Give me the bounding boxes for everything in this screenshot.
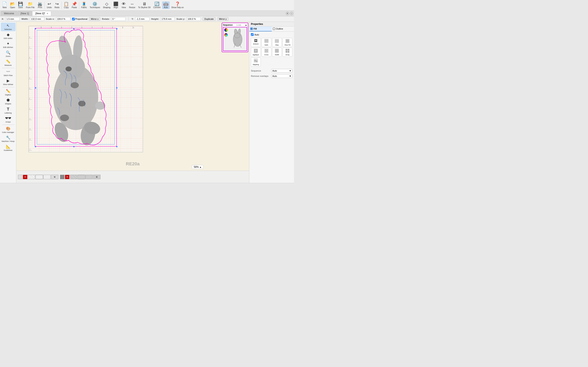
stitch-pattern-2b[interactable]: [78, 175, 85, 179]
zoom-value: 58%: [194, 166, 199, 168]
toolbar-copy[interactable]: 📋 Copy: [62, 1, 70, 9]
stitch-color-2[interactable]: [60, 175, 65, 179]
auto-checkbox[interactable]: [251, 33, 254, 36]
props-tab-outline[interactable]: Outline: [272, 26, 294, 31]
props-tab-fill[interactable]: Fill: [249, 26, 272, 31]
seq-header: Sequence 1-131 ▲: [223, 24, 247, 26]
fill-type-satin[interactable]: Satin: [261, 38, 271, 47]
proportional-checkbox[interactable]: Proportional: [72, 18, 87, 20]
sequence-panel: Sequence 1-131 ▲: [222, 23, 248, 52]
tab-close-btn[interactable]: ✕: [286, 12, 289, 15]
rotate-input[interactable]: [111, 17, 126, 21]
stitch-pattern-2c[interactable]: [85, 175, 93, 179]
duplicate-btn[interactable]: Duplicate: [203, 17, 216, 21]
toolbar-save[interactable]: 💾 Save: [17, 1, 24, 9]
scale-x-input[interactable]: [56, 17, 70, 21]
toolbar-align[interactable]: ⬛ Align: [112, 1, 120, 9]
sidebar-item-arrays[interactable]: ❤❤ Arrays: [1, 115, 16, 124]
sidebar-divider-2: [2, 87, 14, 87]
svg-text:10: 10: [132, 27, 134, 28]
toolbar-open[interactable]: 📂 Open: [9, 1, 16, 9]
toolbar-shaping[interactable]: ◇ Shaping: [102, 1, 112, 9]
sidebar-item-slow-redraw[interactable]: ▶ Slow redraw: [1, 78, 16, 86]
toolbar-paste-label: Paste: [72, 6, 77, 8]
tab-new2-close[interactable]: ✕: [47, 12, 48, 15]
toolbar-paste[interactable]: 📌 Paste: [70, 1, 78, 9]
width-input[interactable]: [30, 17, 44, 21]
fill-type-applique[interactable]: Applique: [251, 48, 261, 57]
toolbar-show-help[interactable]: ❓ Show help on: [170, 1, 185, 9]
sidebar-item-stitch-flow[interactable]: 〰 Stitch Flow: [1, 69, 16, 77]
fill-type-stippling[interactable]: Stippling: [251, 58, 261, 67]
mirror-y-btn[interactable]: Mirror y: [217, 17, 228, 21]
height-input[interactable]: [160, 17, 175, 21]
fill-type-array[interactable]: Array: [283, 48, 292, 57]
from-file-icon: 📁: [28, 2, 33, 6]
zoom-expand-icon[interactable]: ▲: [199, 166, 201, 168]
toolbar-techniques[interactable]: ⚙️ Techniques: [89, 1, 102, 9]
canvas-area[interactable]: 8 7 6 5 4 3 2 1 -1 -3 -5 -7 -8: [16, 22, 249, 183]
toolbar-resize[interactable]: ↔ Resize: [128, 1, 137, 9]
stitch-color-1[interactable]: [18, 175, 22, 179]
mirror-x-btn[interactable]: Mirror x: [89, 17, 100, 21]
sidebar-divider-3: [2, 125, 14, 125]
tab-new2[interactable]: [New 2]* ✕: [32, 11, 51, 16]
stitch-delete-1[interactable]: ✕: [23, 175, 27, 179]
sequence-value: Auto: [272, 69, 277, 72]
fill-type-row-fill[interactable]: Row Fill: [283, 38, 292, 47]
svg-point-8: [58, 55, 85, 79]
stitch-pattern-1d[interactable]: ▤: [51, 175, 58, 179]
toolbar-convert[interactable]: 🔄 Convert: [152, 1, 162, 9]
stitch-delete-2[interactable]: ✕: [65, 175, 69, 179]
sidebar-item-selection[interactable]: ↖ Selection: [1, 23, 16, 31]
tab-new1[interactable]: [New 1]: [17, 11, 32, 16]
seq-thumbnail[interactable]: [223, 27, 247, 51]
sidebar-item-digitize[interactable]: ✏️ Digitize: [1, 88, 16, 97]
toolbar-from-file[interactable]: 📁 From File: [25, 1, 36, 9]
sequence-select[interactable]: Auto ▼: [271, 69, 292, 73]
toolbar-to-skyline[interactable]: 🖥 To Skyline S9: [137, 1, 152, 9]
remove-overlaps-select[interactable]: Auto ▼: [271, 74, 292, 78]
toolbar-print[interactable]: 🖨️ Print: [36, 1, 44, 9]
scale-y-input[interactable]: [187, 17, 201, 21]
toolbar-view[interactable]: 👁 View: [120, 1, 127, 9]
sidebar-item-edit-stitches[interactable]: ✦ Edit stitches: [1, 41, 16, 49]
sidebar-item-lettering[interactable]: T Lettering: [1, 106, 16, 115]
stitch-row-1: ✕ ▤: [18, 175, 58, 179]
stitch-pattern-2d[interactable]: ▥: [93, 175, 100, 179]
stitch-pattern-2a[interactable]: [70, 175, 77, 179]
save-icon: 💾: [18, 2, 23, 6]
toolbar-redo[interactable]: ↪ Redo: [53, 1, 61, 9]
toolbar-undo[interactable]: ↩ Undo: [45, 1, 53, 9]
stitch-pattern-1b[interactable]: [35, 175, 43, 179]
sidebar-item-zoom[interactable]: 🔍 Zoom: [1, 50, 16, 58]
zoom-indicator[interactable]: 58% ▲: [192, 165, 203, 169]
toolbar-fabric[interactable]: 🧵 Fabric: [80, 1, 88, 9]
sidebar-item-color-manager[interactable]: 🎨 Color manager: [1, 125, 16, 134]
fill-type-artwork[interactable]: 🖼 Artwork: [251, 38, 261, 47]
stitch-pattern-1c[interactable]: [43, 175, 51, 179]
tab-restore-btn[interactable]: ○: [290, 12, 293, 15]
y-input[interactable]: [135, 17, 149, 21]
sidebar-item-measure[interactable]: 📏 Measure: [1, 58, 16, 67]
svg-rect-65: [116, 87, 117, 89]
fill-type-netfill[interactable]: Netfill: [272, 48, 282, 57]
sidebar-item-machine-hoop[interactable]: 🔧 Machine / Hoop: [1, 134, 16, 143]
embroidery-svg[interactable]: 8 7 6 5 4 3 2 1 -1 -3 -5 -7 -8: [29, 26, 143, 152]
sidebar-item-guidelines[interactable]: 📐 Guidelines: [1, 143, 16, 152]
sidebar-item-edit-nodes[interactable]: ◆ Edit nodes: [1, 32, 16, 40]
seq-collapse-icon[interactable]: ▲: [245, 24, 247, 26]
toolbar-new[interactable]: 📄 New: [1, 1, 8, 9]
fill-type-step[interactable]: Step: [272, 38, 282, 47]
props-content: Auto 🖼 Artwork Satin S: [249, 32, 294, 81]
machine-hoop-icon: 🔧: [6, 135, 10, 140]
stitch-pattern-1a[interactable]: [28, 175, 35, 179]
fill-type-cross[interactable]: Cross: [261, 48, 271, 57]
sidebar-item-shapes[interactable]: ⬟ Shapes: [1, 97, 16, 106]
toolbar-auto[interactable]: 🤖 Auto: [162, 1, 170, 9]
arrays-icon: ❤❤: [5, 116, 11, 120]
stitch-flow-icon: 〰: [6, 70, 10, 74]
svg-rect-113: [286, 51, 287, 52]
x-input[interactable]: [6, 17, 20, 21]
tab-welcome[interactable]: Welcome: [1, 11, 17, 16]
